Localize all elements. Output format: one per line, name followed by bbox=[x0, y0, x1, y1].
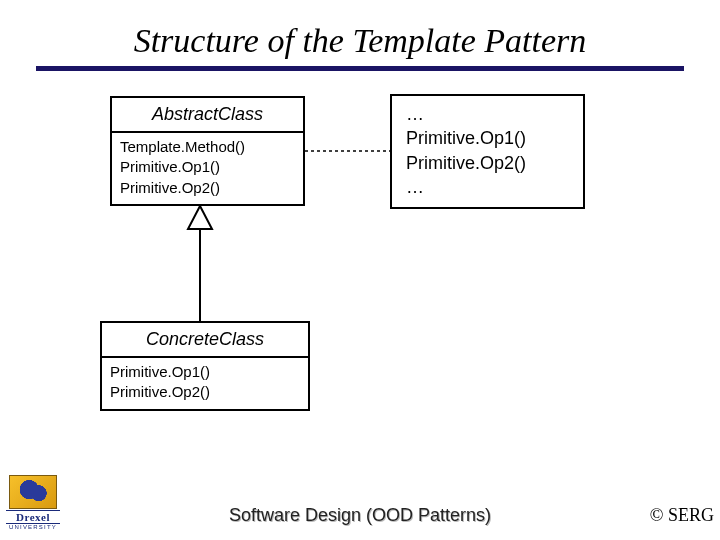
abstract-class-name: AbstractClass bbox=[112, 98, 303, 133]
concrete-class-name: ConcreteClass bbox=[102, 323, 308, 358]
concrete-class-box: ConcreteClass Primitive.Op1() Primitive.… bbox=[100, 321, 310, 411]
slide-title: Structure of the Template Pattern bbox=[0, 0, 720, 66]
footer-center-text: Software Design (OOD Patterns) bbox=[0, 505, 720, 526]
footer-copyright: © SERG bbox=[650, 505, 714, 526]
footer: Drexel UNIVERSITY Software Design (OOD P… bbox=[0, 492, 720, 532]
drexel-logo-icon bbox=[9, 475, 57, 509]
abstract-class-box: AbstractClass Template.Method() Primitiv… bbox=[110, 96, 305, 206]
diagram-canvas: AbstractClass Template.Method() Primitiv… bbox=[0, 71, 720, 451]
note-box: … Primitive.Op1() Primitive.Op2() … bbox=[390, 94, 585, 209]
abstract-class-ops: Template.Method() Primitive.Op1() Primit… bbox=[112, 133, 303, 204]
concrete-class-ops: Primitive.Op1() Primitive.Op2() bbox=[102, 358, 308, 409]
svg-marker-2 bbox=[188, 206, 212, 229]
